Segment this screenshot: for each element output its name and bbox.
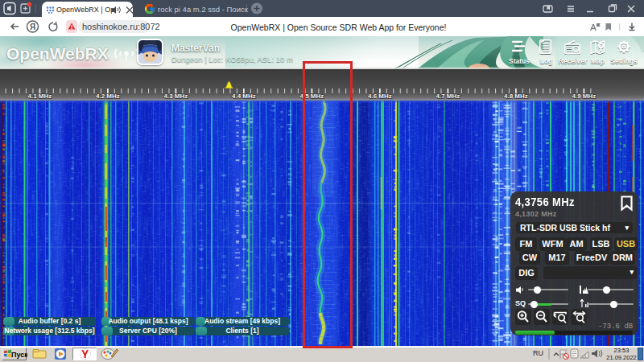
svg-text:4.8 MHz: 4.8 MHz xyxy=(504,93,528,100)
svg-text:4.7 MHz: 4.7 MHz xyxy=(436,93,460,100)
svg-text:4.1 MHz: 4.1 MHz xyxy=(28,93,52,100)
svg-text:Пуск: Пуск xyxy=(11,351,27,359)
svg-text:4.9 MHz: 4.9 MHz xyxy=(572,93,597,100)
svg-text:4.6 MHz: 4.6 MHz xyxy=(368,93,392,100)
svg-text:4.3 MHz: 4.3 MHz xyxy=(164,93,188,100)
svg-text:4.2 MHz: 4.2 MHz xyxy=(96,93,120,100)
svg-text:4.4 MHz: 4.4 MHz xyxy=(232,93,256,100)
